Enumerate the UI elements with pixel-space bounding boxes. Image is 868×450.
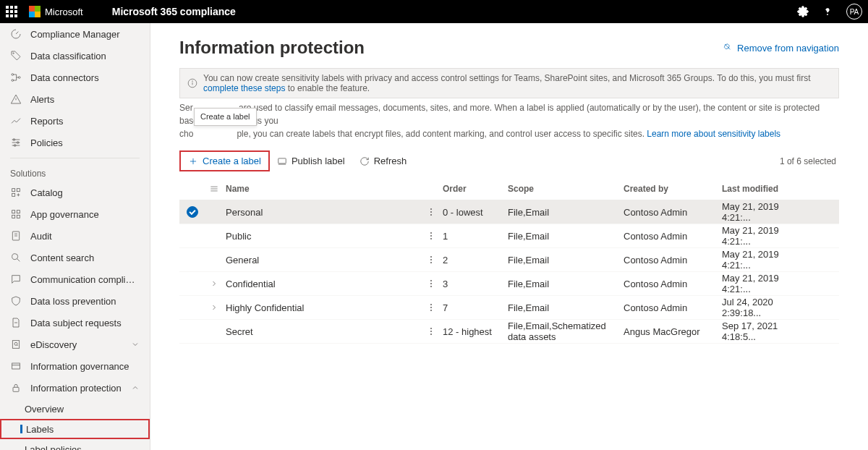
col-name[interactable]: Name — [223, 184, 425, 194]
cell-created: Contoso Admin — [624, 207, 722, 218]
more-icon[interactable] — [425, 278, 437, 289]
help-icon[interactable] — [822, 6, 833, 17]
sidebar-item-communication-compliance[interactable]: Communication compliance — [0, 268, 150, 290]
sidebar-sub-label: Overview — [25, 404, 140, 415]
sliders-icon — [10, 137, 22, 148]
selection-count: 1 of 6 selected — [780, 156, 839, 166]
cell-created: Contoso Admin — [624, 231, 722, 242]
sidebar-item-compliance-manager[interactable]: Compliance Manager — [0, 23, 150, 45]
sidebar-sub-label-policies[interactable]: Label policies — [0, 439, 150, 450]
cell-order: 2 — [443, 255, 508, 266]
user-avatar[interactable]: PA — [846, 4, 862, 20]
table-row[interactable]: Secret 12 - highest File,Email,Schematiz… — [179, 320, 839, 344]
svg-point-5 — [18, 77, 20, 79]
cell-order: 1 — [443, 231, 508, 242]
col-order[interactable]: Order — [443, 184, 508, 194]
sidebar-item-content-search[interactable]: Content search — [0, 247, 150, 268]
cell-order: 0 - lowest — [443, 207, 508, 218]
cell-name: Personal — [223, 207, 425, 218]
more-icon[interactable] — [425, 254, 437, 266]
sidebar: Compliance ManagerData classificationDat… — [0, 23, 150, 450]
microsoft-logo: Microsoft — [29, 6, 83, 17]
sidebar-item-app-governance[interactable]: App governance — [0, 203, 150, 225]
sidebar-item-label: App governance — [30, 209, 140, 220]
topbar: Microsoft Microsoft 365 compliance PA — [0, 0, 868, 23]
reorder-icon — [209, 184, 219, 194]
ms-logo-icon — [29, 6, 41, 17]
remove-from-nav-button[interactable]: Remove from navigation — [723, 43, 839, 54]
sidebar-item-catalog[interactable]: Catalog — [0, 182, 150, 203]
sidebar-item-data-classification[interactable]: Data classification — [0, 45, 150, 67]
sidebar-item-label: Information governance — [30, 361, 140, 372]
cell-modified: May 21, 2019 4:21:... — [722, 273, 809, 294]
col-created[interactable]: Created by — [624, 184, 722, 194]
brand-text: Microsoft — [45, 7, 83, 17]
table-row[interactable]: General 2 File,Email Contoso Admin May 2… — [179, 248, 839, 272]
cell-order: 3 — [443, 279, 508, 289]
more-icon[interactable] — [425, 230, 437, 242]
row-checkbox[interactable] — [187, 206, 198, 218]
refresh-button[interactable]: Refresh — [352, 152, 414, 170]
plus-icon — [188, 156, 198, 166]
sidebar-sub-labels[interactable]: Labels — [0, 419, 150, 439]
sidebar-item-data-subject-requests[interactable]: Data subject requests — [0, 312, 150, 334]
doc-icon — [10, 317, 22, 328]
description-text: Ser are used to classify email messages,… — [179, 101, 839, 140]
svg-rect-37 — [278, 158, 286, 163]
sidebar-sub-overview[interactable]: Overview — [0, 399, 150, 419]
cell-scope: File,Email — [508, 207, 624, 218]
create-label-tooltip: Create a label — [194, 108, 257, 126]
svg-rect-14 — [17, 189, 20, 192]
alert-icon — [10, 93, 22, 105]
svg-point-2 — [13, 53, 14, 54]
svg-rect-15 — [12, 193, 15, 196]
cell-scope: File,Email,Schematized data assets — [508, 320, 624, 342]
sidebar-item-information-protection[interactable]: Information protection — [0, 377, 150, 399]
banner-link[interactable]: complete these steps — [203, 83, 285, 93]
toolbar: Create a label Publish label Refresh 1 o… — [179, 146, 839, 176]
table-row[interactable]: Public 1 File,Email Contoso Admin May 21… — [179, 224, 839, 248]
unpin-icon — [723, 43, 733, 53]
tag-icon — [10, 50, 22, 61]
sidebar-item-reports[interactable]: Reports — [0, 110, 150, 132]
sidebar-item-alerts[interactable]: Alerts — [0, 88, 150, 110]
table-row[interactable]: Confidential 3 File,Email Contoso Admin … — [179, 272, 839, 296]
sidebar-item-data-connectors[interactable]: Data connectors — [0, 67, 150, 88]
info-banner: You can now create sensitivity labels wi… — [179, 68, 839, 98]
sidebar-item-information-governance[interactable]: Information governance — [0, 355, 150, 377]
sidebar-item-label: Data classification — [30, 51, 140, 61]
svg-point-4 — [12, 80, 14, 82]
chart-icon — [10, 115, 22, 127]
cell-name: Public — [223, 231, 425, 242]
gauge-icon — [10, 28, 22, 40]
more-icon[interactable] — [425, 326, 437, 337]
cell-created: Contoso Admin — [624, 255, 722, 266]
publish-icon — [277, 156, 287, 166]
chevron-right-icon[interactable] — [210, 279, 218, 288]
sidebar-item-data-loss-prevention[interactable]: Data loss prevention — [0, 290, 150, 312]
more-icon[interactable] — [425, 206, 437, 218]
learn-more-link[interactable]: Learn more about sensitivity labels — [647, 129, 780, 139]
col-modified[interactable]: Last modified — [722, 184, 809, 194]
audit-icon — [10, 230, 22, 242]
sidebar-item-policies[interactable]: Policies — [0, 132, 150, 153]
cell-modified: May 21, 2019 4:21:... — [722, 225, 809, 247]
svg-rect-29 — [12, 363, 20, 369]
table-row[interactable]: Highly Confidential 7 File,Email Contoso… — [179, 296, 839, 320]
svg-rect-19 — [17, 215, 20, 218]
table-row[interactable]: Personal 0 - lowest File,Email Contoso A… — [179, 200, 839, 224]
more-icon[interactable] — [425, 302, 437, 313]
gear-icon[interactable] — [797, 6, 809, 17]
app-launcher-icon[interactable] — [6, 6, 17, 17]
col-scope[interactable]: Scope — [508, 184, 624, 194]
search-icon — [10, 252, 22, 263]
refresh-label: Refresh — [374, 156, 407, 166]
sidebar-item-ediscovery[interactable]: eDiscovery — [0, 334, 150, 355]
cell-order: 7 — [443, 302, 508, 313]
divider — [10, 158, 140, 158]
publish-label-button[interactable]: Publish label — [270, 152, 352, 170]
create-label-button[interactable]: Create a label — [179, 150, 270, 171]
chevron-up-icon — [131, 383, 140, 392]
sidebar-item-audit[interactable]: Audit — [0, 225, 150, 247]
chevron-right-icon[interactable] — [210, 303, 218, 312]
